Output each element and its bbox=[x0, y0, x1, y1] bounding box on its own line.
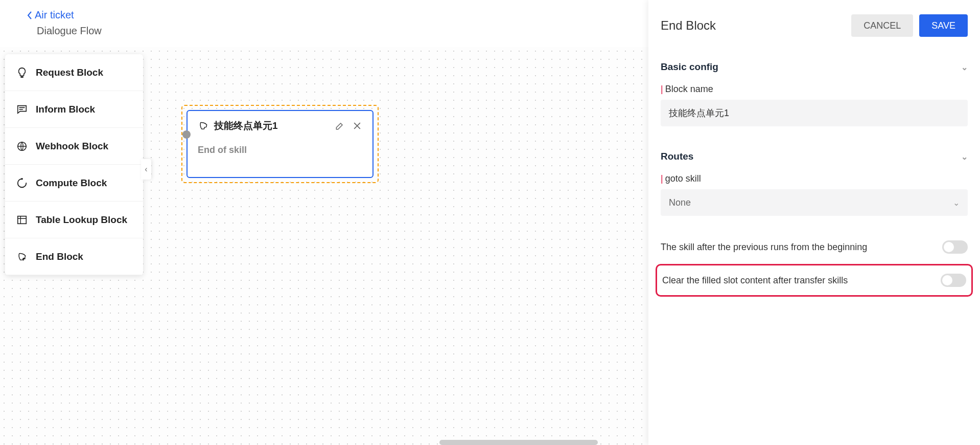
chevron-left-icon bbox=[27, 11, 33, 20]
node-header: 技能终点单元1 bbox=[198, 119, 362, 132]
routes-section-header[interactable]: Routes ⌄ bbox=[661, 151, 968, 162]
node-selection-outline: 技能终点单元1 End of skill bbox=[181, 105, 379, 183]
required-mark: | bbox=[661, 173, 663, 184]
palette-item-label: Table Lookup Block bbox=[36, 214, 127, 226]
required-mark: | bbox=[661, 84, 663, 95]
palette-item-label: Request Block bbox=[36, 67, 103, 78]
chevron-left-icon: ‹ bbox=[145, 165, 147, 174]
palette-item-compute[interactable]: Compute Block bbox=[5, 165, 143, 202]
block-name-input[interactable] bbox=[661, 100, 968, 126]
run-from-beginning-row: The skill after the previous runs from t… bbox=[661, 234, 968, 260]
palette-item-label: Compute Block bbox=[36, 177, 107, 189]
palette-item-end[interactable]: End Block bbox=[5, 238, 143, 275]
rocket-icon bbox=[16, 251, 28, 262]
cancel-button[interactable]: CANCEL bbox=[851, 14, 913, 37]
save-button[interactable]: SAVE bbox=[919, 14, 968, 37]
panel-header: End Block CANCEL SAVE bbox=[661, 14, 968, 37]
svg-rect-2 bbox=[18, 216, 27, 224]
svg-point-1 bbox=[21, 177, 23, 180]
clear-slot-toggle[interactable] bbox=[941, 274, 966, 287]
section-title: Routes bbox=[661, 151, 693, 162]
rocket-icon bbox=[198, 120, 209, 131]
palette-item-table[interactable]: Table Lookup Block bbox=[5, 202, 143, 238]
node-body: End of skill bbox=[198, 145, 362, 155]
bulb-icon bbox=[16, 67, 28, 78]
node-title: 技能终点单元1 bbox=[214, 119, 330, 132]
spinner-icon bbox=[16, 177, 28, 189]
section-title: Basic config bbox=[661, 61, 718, 73]
chevron-down-icon: ⌄ bbox=[961, 62, 968, 72]
back-link[interactable]: Air ticket bbox=[27, 9, 74, 21]
table-icon bbox=[16, 214, 28, 226]
palette-item-inform[interactable]: Inform Block bbox=[5, 91, 143, 128]
palette-item-label: End Block bbox=[36, 251, 83, 262]
close-icon[interactable] bbox=[352, 121, 362, 131]
side-panel: End Block CANCEL SAVE Basic config ⌄ | B… bbox=[648, 0, 980, 445]
palette-item-label: Webhook Block bbox=[36, 141, 108, 152]
block-palette: Request Block Inform Block Webhook Block… bbox=[5, 54, 143, 275]
palette-item-label: Inform Block bbox=[36, 104, 95, 115]
node-input-port[interactable] bbox=[182, 130, 191, 139]
palette-item-request[interactable]: Request Block bbox=[5, 54, 143, 91]
edit-icon[interactable] bbox=[335, 121, 345, 131]
chevron-down-icon: ⌄ bbox=[953, 198, 960, 208]
goto-skill-select[interactable]: None ⌄ bbox=[661, 189, 968, 216]
select-value: None bbox=[669, 197, 691, 208]
horizontal-scrollbar[interactable] bbox=[439, 440, 598, 445]
goto-skill-label: | goto skill bbox=[661, 173, 968, 184]
back-label: Air ticket bbox=[35, 9, 74, 21]
chat-icon bbox=[16, 104, 28, 115]
toggle-label: The skill after the previous runs from t… bbox=[661, 242, 867, 253]
panel-title: End Block bbox=[661, 18, 716, 33]
run-from-beginning-toggle[interactable] bbox=[942, 240, 968, 254]
toggle-label: Clear the filled slot content after tran… bbox=[662, 275, 848, 286]
collapse-palette-button[interactable]: ‹ bbox=[141, 159, 151, 180]
palette-item-webhook[interactable]: Webhook Block bbox=[5, 128, 143, 165]
globe-icon bbox=[16, 141, 28, 152]
node-actions bbox=[335, 121, 362, 131]
chevron-down-icon: ⌄ bbox=[961, 152, 968, 162]
end-block-node[interactable]: 技能终点单元1 End of skill bbox=[186, 110, 374, 178]
block-name-label: | Block name bbox=[661, 84, 968, 95]
clear-slot-row: Clear the filled slot content after tran… bbox=[656, 264, 973, 297]
basic-config-section-header[interactable]: Basic config ⌄ bbox=[661, 61, 968, 73]
